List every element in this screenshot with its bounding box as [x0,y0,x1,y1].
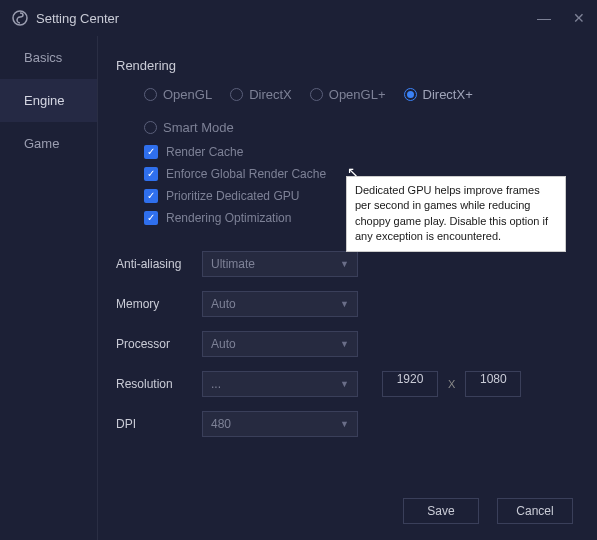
renderer-radio-group: OpenGL DirectX OpenGL+ DirectX+ Smart Mo… [144,87,573,135]
x-separator: X [448,378,455,390]
titlebar: Setting Center — ✕ [0,0,597,36]
chevron-down-icon: ▼ [340,419,349,429]
row-resolution: Resolution ...▼ 1920 X 1080 [116,371,573,397]
settings-block: Anti-aliasing Ultimate▼ Memory Auto▼ Pro… [116,251,573,451]
label-anti-aliasing: Anti-aliasing [116,257,202,271]
radio-smartmode[interactable]: Smart Mode [144,120,234,135]
radio-directx[interactable]: DirectX [230,87,292,102]
radio-label: DirectX [249,87,292,102]
minimize-icon[interactable]: — [537,10,551,26]
label-dpi: DPI [116,417,202,431]
select-dpi[interactable]: 480▼ [202,411,358,437]
label-processor: Processor [116,337,202,351]
select-value: ... [211,377,221,391]
resolution-width-input[interactable]: 1920 [382,371,438,397]
select-memory[interactable]: Auto▼ [202,291,358,317]
radio-circle-icon [404,88,417,101]
sidebar: Basics Engine Game [0,36,98,540]
sidebar-item-label: Game [24,136,59,151]
sidebar-item-engine[interactable]: Engine [0,79,97,122]
checkbox-icon: ✓ [144,189,158,203]
radio-label: OpenGL+ [329,87,386,102]
radio-label: DirectX+ [423,87,473,102]
sidebar-item-label: Engine [24,93,64,108]
select-processor[interactable]: Auto▼ [202,331,358,357]
radio-circle-icon [144,88,157,101]
radio-circle-icon [144,121,157,134]
row-processor: Processor Auto▼ [116,331,573,357]
resolution-height-input[interactable]: 1080 [465,371,521,397]
check-render-cache[interactable]: ✓Render Cache [144,145,573,159]
content: Rendering OpenGL DirectX OpenGL+ DirectX… [98,36,597,540]
row-memory: Memory Auto▼ [116,291,573,317]
radio-directxplus[interactable]: DirectX+ [404,87,473,102]
select-value: Auto [211,297,236,311]
cancel-button[interactable]: Cancel [497,498,573,524]
app-logo-icon [12,10,28,26]
save-button[interactable]: Save [403,498,479,524]
radio-circle-icon [230,88,243,101]
tooltip: Dedicated GPU helps improve frames per s… [346,176,566,252]
select-value: Auto [211,337,236,351]
label-resolution: Resolution [116,377,202,391]
radio-openglplus[interactable]: OpenGL+ [310,87,386,102]
check-label: Enforce Global Render Cache [166,167,326,181]
window-title: Setting Center [36,11,537,26]
chevron-down-icon: ▼ [340,259,349,269]
radio-opengl[interactable]: OpenGL [144,87,212,102]
window-controls: — ✕ [537,10,585,26]
resolution-inputs: 1920 X 1080 [382,371,521,397]
chevron-down-icon: ▼ [340,299,349,309]
checkbox-icon: ✓ [144,167,158,181]
select-anti-aliasing[interactable]: Ultimate▼ [202,251,358,277]
section-title: Rendering [116,58,573,73]
main: Basics Engine Game Rendering OpenGL Dire… [0,36,597,540]
checkbox-icon: ✓ [144,211,158,225]
chevron-down-icon: ▼ [340,339,349,349]
close-icon[interactable]: ✕ [573,10,585,26]
chevron-down-icon: ▼ [340,379,349,389]
radio-circle-icon [310,88,323,101]
check-label: Prioritize Dedicated GPU [166,189,299,203]
check-label: Rendering Optimization [166,211,291,225]
row-anti-aliasing: Anti-aliasing Ultimate▼ [116,251,573,277]
checkbox-icon: ✓ [144,145,158,159]
sidebar-item-basics[interactable]: Basics [0,36,97,79]
select-value: 480 [211,417,231,431]
select-value: Ultimate [211,257,255,271]
radio-label: Smart Mode [163,120,234,135]
label-memory: Memory [116,297,202,311]
footer: Save Cancel [116,486,573,524]
select-resolution[interactable]: ...▼ [202,371,358,397]
radio-label: OpenGL [163,87,212,102]
sidebar-item-label: Basics [24,50,62,65]
check-label: Render Cache [166,145,243,159]
sidebar-item-game[interactable]: Game [0,122,97,165]
row-dpi: DPI 480▼ [116,411,573,437]
